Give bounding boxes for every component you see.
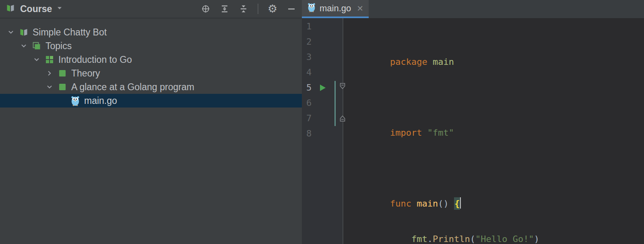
lesson-square-icon <box>57 68 68 79</box>
line-number: 2 <box>302 34 343 50</box>
code-editing-area[interactable]: package main import "fmt" func main() { … <box>344 18 644 244</box>
course-tool-window: Course ⚙ <box>0 0 302 244</box>
topics-folder-icon <box>31 41 42 51</box>
lesson-square-icon <box>57 82 68 92</box>
code-line-4 <box>347 145 644 161</box>
gopher-icon <box>307 2 316 14</box>
tree-item-main-go[interactable]: main.go <box>0 94 302 108</box>
course-book-icon <box>19 27 29 37</box>
code-line-5: func main() { <box>347 181 644 196</box>
line-number: 8 <box>302 126 343 141</box>
line-number: 3 <box>302 50 343 65</box>
tab-main-go[interactable]: main.go ✕ <box>302 0 369 18</box>
collapse-all-button[interactable] <box>239 4 248 14</box>
tree-item-introduction-to-go[interactable]: Introduction to Go <box>0 53 302 66</box>
editor-tab-bar: main.go ✕ <box>302 0 644 18</box>
chevron-down-icon[interactable] <box>44 82 55 92</box>
tree-item-a-glance-at-a-golang-program[interactable]: A glance at a Golang program <box>0 80 302 94</box>
line-number: 4 <box>302 65 343 80</box>
tree-item-simple-chatty-bot[interactable]: Simple Chatty Bot <box>0 25 302 39</box>
tree-item-label: Introduction to Go <box>58 54 132 65</box>
line-number: 7 <box>302 111 343 126</box>
code-line-3: import "fmt" <box>347 110 644 125</box>
chevron-down-icon[interactable] <box>19 41 29 51</box>
locate-file-button[interactable] <box>201 4 211 14</box>
expand-all-button[interactable] <box>220 4 229 14</box>
tab-label: main.go <box>320 3 351 14</box>
run-main-button[interactable] <box>318 83 327 92</box>
tree-item-label: A glance at a Golang program <box>71 82 194 92</box>
tree-item-topics[interactable]: Topics <box>0 39 302 53</box>
editor-pane: main.go ✕ 1 2 3 4 5 6 7 8 <box>302 0 644 244</box>
chevron-right-icon[interactable] <box>44 68 55 79</box>
toolbar-separator <box>258 4 258 14</box>
code-line-2 <box>347 74 644 90</box>
course-title-button[interactable]: Course <box>6 3 63 14</box>
line-number: 6 <box>302 95 343 111</box>
tree-item-label: Theory <box>71 68 100 79</box>
code-line-6: fmt.Println("Hello Go!") <box>347 216 644 232</box>
tree-item-theory[interactable]: Theory <box>0 66 302 80</box>
tool-window-toolbar: ⚙ <box>201 4 296 14</box>
title-dropdown-icon <box>56 5 63 13</box>
line-number: 1 <box>302 19 343 34</box>
gopher-icon <box>70 95 80 106</box>
chevron-spacer <box>57 95 68 106</box>
gear-icon[interactable]: ⚙ <box>268 4 277 14</box>
course-tree: Simple Chatty Bot Topics Introduction to… <box>0 19 302 108</box>
close-icon[interactable]: ✕ <box>357 4 363 12</box>
course-book-icon <box>6 3 15 14</box>
editor-body: 1 2 3 4 5 6 7 8 package main <box>302 18 644 244</box>
hide-tool-window-button[interactable] <box>287 4 296 14</box>
code-line-1: package main <box>347 39 644 54</box>
tool-window-header: Course ⚙ <box>0 0 302 19</box>
section-grid-icon <box>44 54 55 65</box>
tree-item-label: Simple Chatty Bot <box>33 27 107 37</box>
tree-item-label: Topics <box>45 41 72 51</box>
tool-window-title: Course <box>20 4 52 14</box>
line-number-column: 1 2 3 4 5 6 7 8 <box>302 18 343 141</box>
tree-item-label: main.go <box>84 95 117 106</box>
vcs-change-stripe <box>334 81 336 126</box>
chevron-down-icon[interactable] <box>31 54 42 65</box>
editor-gutter: 1 2 3 4 5 6 7 8 <box>302 18 343 244</box>
text-caret <box>460 197 461 209</box>
chevron-down-icon[interactable] <box>6 27 16 37</box>
